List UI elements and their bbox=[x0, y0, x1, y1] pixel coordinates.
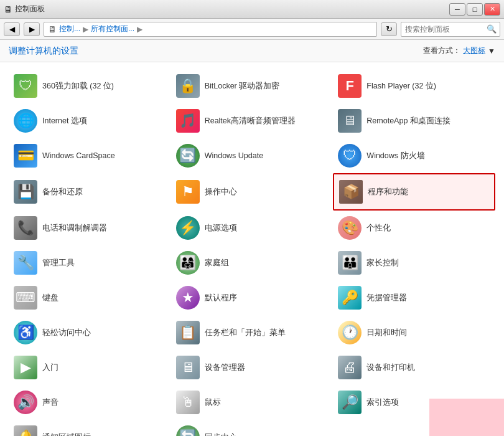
label-printer: 设备和打印机 bbox=[366, 363, 415, 372]
item-internet[interactable]: 🌐Internet 选项 bbox=[9, 103, 171, 138]
forward-button[interactable]: ▶ bbox=[24, 22, 40, 36]
item-keyboard[interactable]: ⌨键盘 bbox=[9, 280, 171, 315]
back-button[interactable]: ◀ bbox=[4, 22, 20, 36]
icon-programs: 📦 bbox=[339, 180, 363, 204]
item-datetime[interactable]: 🕐日期和时间 bbox=[333, 315, 495, 350]
label-phone: 电话和调制解调器 bbox=[42, 223, 107, 233]
refresh-button[interactable]: ↻ bbox=[381, 22, 397, 36]
label-easy: 轻松访问中心 bbox=[42, 328, 91, 338]
icon-phone: 📞 bbox=[14, 216, 37, 240]
breadcrumb-sep2: ▶ bbox=[137, 25, 142, 34]
icon-datetime: 🕐 bbox=[338, 321, 362, 344]
icon-cardspace: 💳 bbox=[14, 144, 37, 168]
breadcrumb-part1[interactable]: 控制... bbox=[59, 24, 80, 34]
icon-person: 🎨 bbox=[338, 216, 362, 240]
icon-printer: 🖨 bbox=[338, 356, 362, 379]
item-credential[interactable]: 🔑凭据管理器 bbox=[333, 280, 495, 315]
icon-backup: 💾 bbox=[14, 180, 37, 204]
label-360: 360强力卸载 (32 位) bbox=[42, 81, 114, 91]
item-sound[interactable]: 🔊声音 bbox=[9, 385, 171, 420]
items-grid: 🛡360强力卸载 (32 位)🔒BitLocker 驱动器加密FFlash Pl… bbox=[9, 69, 495, 436]
item-realtek[interactable]: 🎵Realtek高清晰音频管理器 bbox=[171, 103, 334, 138]
item-action[interactable]: ⚑操作中心 bbox=[171, 173, 334, 211]
item-flash[interactable]: FFlash Player (32 位) bbox=[333, 69, 495, 103]
icon-device: 🖥 bbox=[176, 356, 200, 379]
icon-default: ★ bbox=[176, 286, 200, 310]
item-taskbar[interactable]: 📋任务栏和「开始」菜单 bbox=[171, 315, 334, 350]
item-person[interactable]: 🎨个性化 bbox=[333, 211, 495, 245]
item-firewall[interactable]: 🛡Windows 防火墙 bbox=[333, 138, 495, 173]
item-wupdate[interactable]: 🔄Windows Update bbox=[171, 138, 334, 173]
item-getstart[interactable]: ▶入门 bbox=[9, 350, 171, 385]
close-button[interactable]: ✕ bbox=[484, 3, 500, 16]
icon-getstart: ▶ bbox=[14, 356, 37, 379]
label-family: 家庭组 bbox=[205, 258, 229, 268]
item-mouse[interactable]: 🖱鼠标 bbox=[171, 385, 334, 420]
view-selector: 查看方式： 大图标 ▼ bbox=[423, 45, 495, 56]
label-firewall: Windows 防火墙 bbox=[366, 151, 424, 161]
icon-keyboard: ⌨ bbox=[14, 286, 37, 310]
icon-index: 🔎 bbox=[338, 391, 362, 414]
content-area: 🛡360强力卸载 (32 位)🔒BitLocker 驱动器加密FFlash Pl… bbox=[0, 62, 504, 436]
breadcrumb-part2[interactable]: 所有控制面... bbox=[91, 24, 134, 34]
title-bar-text: 控制面板 bbox=[15, 4, 45, 14]
breadcrumb[interactable]: 🖥 控制... ▶ 所有控制面... ▶ bbox=[44, 22, 377, 37]
view-mode-button[interactable]: 大图标 bbox=[463, 45, 485, 56]
view-label: 查看方式： bbox=[423, 45, 460, 56]
label-bitlocker: BitLocker 驱动器加密 bbox=[205, 81, 280, 91]
label-notify: 通知区域图标 bbox=[42, 432, 91, 436]
icon-realtek: 🎵 bbox=[176, 109, 200, 133]
icon-mouse: 🖱 bbox=[176, 391, 200, 414]
label-sync: 同步中心 bbox=[205, 432, 237, 436]
item-device[interactable]: 🖥设备管理器 bbox=[171, 350, 334, 385]
item-remoteapp[interactable]: 🖥RemoteApp 和桌面连接 bbox=[333, 103, 495, 138]
label-datetime: 日期和时间 bbox=[366, 328, 407, 338]
label-taskbar: 任务栏和「开始」菜单 bbox=[205, 328, 286, 338]
breadcrumb-sep1: ▶ bbox=[83, 25, 88, 34]
label-device: 设备管理器 bbox=[205, 363, 245, 372]
item-backup[interactable]: 💾备份和还原 bbox=[9, 173, 171, 211]
minimize-button[interactable]: ─ bbox=[449, 3, 465, 16]
item-easy[interactable]: ♿轻松访问中心 bbox=[9, 315, 171, 350]
item-notify[interactable]: 🔔通知区域图标 bbox=[9, 420, 171, 436]
address-bar: ◀ ▶ 🖥 控制... ▶ 所有控制面... ▶ ↻ 🔍 bbox=[0, 19, 504, 40]
title-bar-controls: ─ □ ✕ bbox=[449, 3, 500, 16]
item-bitlocker[interactable]: 🔒BitLocker 驱动器加密 bbox=[171, 69, 334, 103]
item-sync[interactable]: 🔄同步中心 bbox=[171, 420, 334, 436]
icon-bitlocker: 🔒 bbox=[176, 74, 200, 98]
pink-corner bbox=[429, 399, 504, 436]
label-admin: 管理工具 bbox=[42, 258, 75, 268]
item-cardspace[interactable]: 💳Windows CardSpace bbox=[9, 138, 171, 173]
item-phone[interactable]: 📞电话和调制解调器 bbox=[9, 211, 171, 245]
label-flash: Flash Player (32 位) bbox=[366, 81, 436, 91]
icon-wupdate: 🔄 bbox=[176, 144, 200, 168]
top-bar: 调整计算机的设置 查看方式： 大图标 ▼ bbox=[0, 40, 504, 62]
main-area: 🛡360强力卸载 (32 位)🔒BitLocker 驱动器加密FFlash Pl… bbox=[0, 62, 504, 436]
label-power: 电源选项 bbox=[205, 223, 237, 233]
maximize-button[interactable]: □ bbox=[467, 3, 483, 16]
label-parent: 家长控制 bbox=[366, 258, 399, 268]
item-parent[interactable]: 👪家长控制 bbox=[333, 245, 495, 280]
label-cardspace: Windows CardSpace bbox=[42, 151, 115, 161]
label-mouse: 鼠标 bbox=[205, 397, 221, 407]
item-printer[interactable]: 🖨设备和打印机 bbox=[333, 350, 495, 385]
window-icon: 🖥 bbox=[4, 4, 12, 14]
search-input[interactable] bbox=[401, 22, 500, 37]
icon-action: ⚑ bbox=[176, 180, 200, 204]
icon-firewall: 🛡 bbox=[338, 144, 362, 168]
label-sound: 声音 bbox=[42, 397, 58, 407]
view-dropdown-icon[interactable]: ▼ bbox=[488, 47, 495, 55]
title-bar-left: 🖥 控制面板 bbox=[4, 4, 45, 14]
icon-admin: 🔧 bbox=[14, 251, 37, 275]
search-wrap: 🔍 bbox=[401, 22, 500, 37]
item-360[interactable]: 🛡360强力卸载 (32 位) bbox=[9, 69, 171, 103]
item-default[interactable]: ★默认程序 bbox=[171, 280, 334, 315]
item-admin[interactable]: 🔧管理工具 bbox=[9, 245, 171, 280]
item-power[interactable]: ⚡电源选项 bbox=[171, 211, 334, 245]
label-credential: 凭据管理器 bbox=[366, 293, 407, 303]
breadcrumb-icon: 🖥 bbox=[48, 24, 57, 34]
item-programs[interactable]: 📦程序和功能 bbox=[333, 173, 495, 211]
icon-360: 🛡 bbox=[14, 74, 37, 98]
icon-power: ⚡ bbox=[176, 216, 200, 240]
item-family[interactable]: 👨‍👩‍👧家庭组 bbox=[171, 245, 334, 280]
